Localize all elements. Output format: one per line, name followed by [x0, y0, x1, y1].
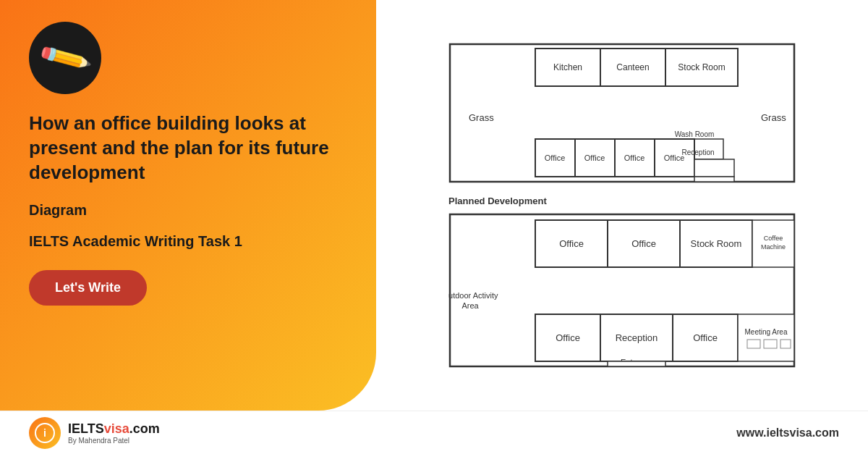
task-label: IELTS Academic Writing Task 1	[29, 233, 347, 250]
svg-text:i: i	[43, 427, 46, 439]
diagram-label: Diagram	[29, 202, 347, 219]
office2-label: Office	[584, 154, 605, 162]
outdoor-area-label2: Area	[461, 301, 479, 310]
coffee-machine-label2: Machine	[761, 243, 786, 251]
brand-visa: visa	[104, 421, 129, 436]
planned-floor-plan: Outdoor Activity Area Office Office Stoc…	[448, 213, 796, 369]
logo-svg: i	[35, 423, 55, 443]
floor-plans-container: Grass Grass Kitchen Canteen Stock Room W…	[448, 43, 796, 369]
grass-left-label: Grass	[469, 112, 494, 123]
svg-rect-23	[608, 361, 665, 366]
planned-office-d-label: Office	[693, 332, 718, 343]
planned-office-c-label: Office	[556, 332, 580, 343]
outdoor-area-label: Outdoor Activity	[448, 291, 498, 300]
wash-room-label: Wash Room	[675, 130, 715, 138]
footer-logo: i IELTSvisa.com By Mahendra Patel	[29, 417, 160, 449]
planned-reception-label: Reception	[616, 332, 658, 343]
pencil-icon: ✏️	[36, 30, 94, 86]
right-panel: Grass Grass Kitchen Canteen Stock Room W…	[376, 0, 868, 411]
canteen-label: Canteen	[616, 62, 649, 72]
office1-label: Office	[545, 154, 566, 162]
footer: i IELTSvisa.com By Mahendra Patel www.ie…	[0, 411, 868, 454]
planned-office-b-label: Office	[631, 238, 656, 249]
coffee-machine-label: Coffee	[764, 235, 783, 242]
main-title: How an office building looks at present …	[29, 112, 347, 185]
office3-label: Office	[624, 154, 645, 162]
planned-office-a-label: Office	[559, 238, 584, 249]
reception-label: Reception	[681, 148, 714, 156]
kitchen-label: Kitchen	[553, 62, 582, 72]
brand-dotcom: .com	[129, 421, 160, 436]
meeting-area-label: Meeting Area	[745, 328, 788, 336]
logo-subtitle: By Mahendra Patel	[68, 437, 160, 445]
svg-rect-9	[694, 159, 734, 177]
current-floor-plan: Grass Grass Kitchen Canteen Stock Room W…	[448, 43, 796, 184]
left-panel: ✏️ How an office building looks at prese…	[0, 0, 376, 411]
svg-rect-19	[738, 314, 794, 361]
pencil-icon-container: ✏️	[29, 22, 101, 94]
footer-url: www.ieltsvisa.com	[736, 426, 839, 440]
logo-icon: i	[29, 417, 61, 449]
brand-ielts: IELTS	[68, 421, 104, 436]
svg-rect-10	[694, 177, 734, 182]
planned-stock-room-label: Stock Room	[691, 238, 742, 249]
logo-brand: IELTSvisa.com	[68, 421, 160, 437]
planned-development-title: Planned Development	[448, 194, 796, 207]
logo-text: IELTSvisa.com By Mahendra Patel	[68, 421, 160, 445]
stock-room-label: Stock Room	[678, 62, 725, 72]
grass-right-label: Grass	[761, 112, 786, 123]
lets-write-button[interactable]: Let's Write	[29, 270, 147, 306]
